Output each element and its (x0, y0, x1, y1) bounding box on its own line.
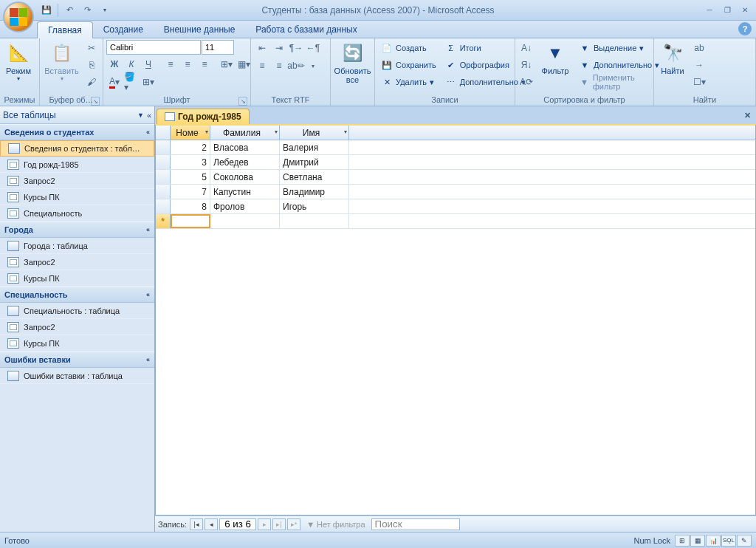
cell-id[interactable]: 8 (171, 199, 210, 213)
cell-firstname[interactable]: Светлана (280, 170, 349, 184)
select-icon[interactable]: ☐▾ (691, 74, 707, 90)
row-selector[interactable] (156, 140, 171, 154)
cell-surname[interactable]: Власова (210, 140, 280, 154)
align-right-icon[interactable]: ≡ (196, 56, 213, 72)
qat-customize-icon[interactable]: ▾ (97, 2, 113, 18)
record-position-input[interactable] (219, 518, 256, 530)
delete-record-button[interactable]: ✕Удалить ▾ (378, 74, 439, 90)
cell-surname[interactable]: Соколова (210, 170, 280, 184)
row-selector[interactable] (156, 199, 171, 213)
cell-firstname[interactable]: Владимир (280, 185, 349, 199)
cell-id[interactable]: 3 (171, 155, 210, 169)
cell-firstname[interactable]: Игорь (280, 199, 349, 213)
tab-home[interactable]: Главная (37, 21, 93, 38)
cell-surname[interactable]: Лебедев (210, 155, 280, 169)
nav-item[interactable]: Запрос2 (0, 319, 154, 335)
pivot-view-button[interactable]: ▦ (690, 535, 705, 547)
row-selector[interactable] (156, 185, 171, 199)
datasheet-view-button[interactable]: ⊞ (675, 535, 690, 547)
column-header[interactable]: Имя▾ (280, 126, 349, 140)
nav-item[interactable]: Курсы ПК (0, 335, 154, 352)
toggle-filter-button[interactable]: ▼Применить фильтр (576, 74, 662, 90)
highlight-icon[interactable]: ab✏ (288, 58, 304, 74)
replace-icon[interactable]: ab (691, 40, 707, 56)
table-row[interactable]: 7КапустинВладимир (156, 185, 755, 199)
nav-item[interactable]: Сведения о студентах : табл… (0, 140, 154, 157)
column-dropdown-icon[interactable]: ▾ (344, 129, 347, 135)
font-size-input[interactable] (202, 40, 234, 55)
rtl-icon[interactable]: ←¶ (305, 40, 321, 56)
sort-desc-icon[interactable]: Я↓ (518, 57, 535, 73)
close-button[interactable]: ✕ (737, 4, 753, 17)
undo-icon[interactable]: ↶ (61, 2, 78, 18)
row-selector[interactable] (156, 170, 171, 184)
pivotchart-view-button[interactable]: 📊 (706, 535, 721, 547)
bold-icon[interactable]: Ж (106, 56, 123, 72)
nav-item[interactable]: Ошибки вставки : таблица (0, 368, 154, 384)
tab-external-data[interactable]: Внешние данные (154, 21, 246, 38)
cell-firstname[interactable]: Дмитрий (280, 155, 349, 169)
nav-item[interactable]: Год рожд-1985 (0, 157, 154, 173)
prev-record-button[interactable]: ◂ (205, 518, 218, 530)
paste-button[interactable]: 📋 Вставить ▾ (43, 40, 80, 90)
copy-icon[interactable]: ⎘ (83, 57, 100, 73)
minimize-button[interactable]: ─ (701, 4, 718, 17)
table-row[interactable]: 3ЛебедевДмитрий (156, 155, 755, 170)
refresh-all-button[interactable]: 🔄 Обновить все (334, 40, 371, 90)
first-record-button[interactable]: |◂ (190, 518, 203, 530)
table-row[interactable]: 5СоколоваСветлана (156, 170, 755, 185)
navgroup-header[interactable]: Города« (0, 222, 154, 238)
filter-button[interactable]: ▼ Фильтр (537, 40, 573, 90)
alt-row-color-icon[interactable]: ▦▾ (236, 56, 252, 72)
design-view-button[interactable]: ✎ (737, 535, 752, 547)
ltr-icon[interactable]: ¶→ (288, 40, 304, 56)
numbered-list-icon[interactable]: ≡ (254, 58, 270, 74)
format-painter-icon[interactable]: 🖌 (83, 74, 100, 90)
bullet-list-icon[interactable]: ≡ (271, 58, 287, 74)
decrease-indent-icon[interactable]: ⇤ (254, 40, 270, 56)
help-icon[interactable]: ? (738, 22, 752, 35)
nav-item[interactable]: Специальность : таблица (0, 303, 154, 319)
column-header[interactable]: Фамилия▾ (210, 126, 280, 140)
navgroup-header[interactable]: Специальность« (0, 287, 154, 303)
sql-view-button[interactable]: SQL (721, 535, 736, 547)
document-tab[interactable]: Год рожд-1985 (157, 109, 250, 124)
navpane-collapse-icon[interactable]: « (147, 111, 151, 120)
navpane-header[interactable]: Все таблицы ▼ « (0, 106, 154, 124)
navgroup-header[interactable]: Ошибки вставки« (0, 352, 154, 368)
new-record-nav-button[interactable]: ▸* (287, 518, 300, 530)
clipboard-launcher[interactable]: ↘ (91, 97, 100, 106)
clear-sort-icon[interactable]: A⟳ (518, 74, 535, 90)
fill-color-icon[interactable]: 🪣▾ (123, 74, 140, 90)
table-row[interactable]: 2ВласоваВалерия (156, 140, 755, 155)
font-color-icon[interactable]: A▾ (106, 74, 123, 90)
new-record-button[interactable]: 📄Создать (378, 40, 439, 56)
grid-color-icon[interactable]: ⊞▾ (140, 74, 157, 90)
cell-id[interactable]: 2 (171, 140, 210, 154)
redo-icon[interactable]: ↷ (79, 2, 95, 18)
record-search-input[interactable] (371, 518, 460, 530)
align-center-icon[interactable]: ≡ (179, 56, 196, 72)
column-header[interactable]: Номе▾ (171, 126, 210, 140)
cell-surname[interactable]: Фролов (210, 199, 280, 213)
cell-surname[interactable]: Капустин (210, 185, 280, 199)
nav-item[interactable]: Специальность (0, 205, 154, 222)
sort-asc-icon[interactable]: A↓ (518, 40, 535, 56)
font-name-input[interactable] (106, 40, 201, 55)
cell-id[interactable]: 7 (171, 185, 210, 199)
italic-icon[interactable]: К (123, 56, 140, 72)
column-dropdown-icon[interactable]: ▾ (205, 129, 208, 135)
nav-item[interactable]: Города : таблица (0, 238, 154, 254)
cell-firstname[interactable]: Валерия (280, 140, 349, 154)
underline-icon[interactable]: Ч (140, 56, 157, 72)
nav-item[interactable]: Запрос2 (0, 254, 154, 270)
office-button[interactable] (3, 1, 34, 32)
new-record-row[interactable]: * (156, 214, 755, 229)
goto-icon[interactable]: → (691, 57, 707, 73)
gridlines-icon[interactable]: ⊞▾ (219, 56, 235, 72)
advanced-filter-button[interactable]: ▼Дополнительно ▾ (576, 57, 662, 73)
tab-create[interactable]: Создание (93, 21, 154, 38)
table-row[interactable]: 8ФроловИгорь (156, 199, 755, 214)
next-record-button[interactable]: ▸ (258, 518, 271, 530)
row-selector[interactable] (156, 155, 171, 169)
